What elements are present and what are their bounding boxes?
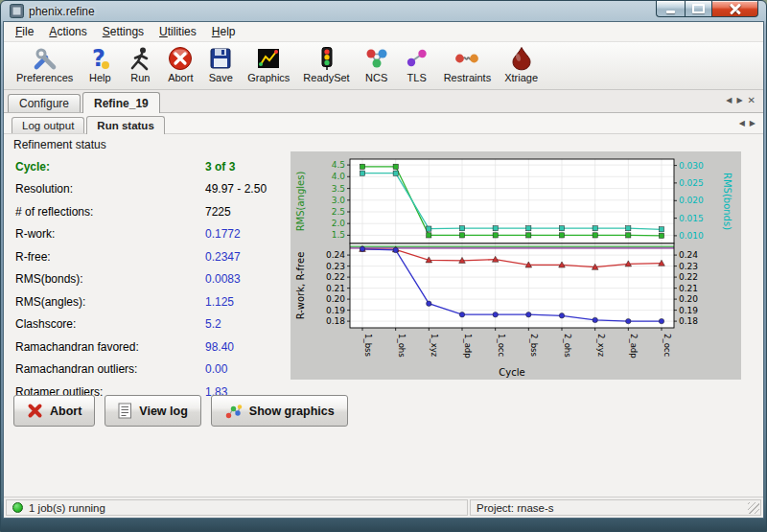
toolbar-label: Graphics bbox=[247, 72, 290, 83]
svg-text:0.010: 0.010 bbox=[679, 231, 704, 241]
subtab-run-status[interactable]: Run status bbox=[86, 116, 164, 134]
run-status-panel: Refinement status Cycle: 3 of 3 Resoluti… bbox=[4, 134, 763, 497]
svg-text:1_xyz: 1_xyz bbox=[430, 334, 439, 358]
svg-text:2_occ: 2_occ bbox=[662, 334, 672, 358]
stat-label: # of reflections: bbox=[15, 205, 205, 219]
toolbar-graphics[interactable]: Graphics bbox=[241, 44, 296, 83]
stat-label: RMS(angles): bbox=[15, 295, 205, 309]
menu-help[interactable]: Help bbox=[204, 23, 244, 40]
maximize-icon bbox=[692, 4, 705, 13]
svg-text:2_adp: 2_adp bbox=[629, 334, 639, 359]
toolbar-label: Run bbox=[130, 72, 150, 83]
stat-row-reflections: # of reflections: 7225 bbox=[15, 200, 290, 223]
svg-text:0.23: 0.23 bbox=[326, 262, 345, 271]
svg-text:0.030: 0.030 bbox=[679, 161, 704, 171]
close-button[interactable] bbox=[712, 1, 758, 17]
toolbar-restraints[interactable]: Restraints bbox=[437, 44, 499, 83]
view-log-button[interactable]: View log bbox=[105, 395, 200, 427]
svg-text:1_ohs: 1_ohs bbox=[397, 334, 407, 358]
svg-text:1_adp: 1_adp bbox=[463, 334, 473, 359]
subtab-scroll-left-icon[interactable]: ◀ bbox=[739, 119, 745, 127]
subtab-scroll-controls: ◀ ▶ bbox=[739, 119, 755, 127]
maximize-button[interactable] bbox=[685, 1, 712, 17]
tab-label: Refine_19 bbox=[94, 97, 149, 110]
svg-text:4.0: 4.0 bbox=[332, 172, 346, 181]
refinement-status-heading: Refinement status bbox=[13, 138, 106, 151]
toolbar-ncs[interactable]: NCS bbox=[357, 44, 397, 83]
resize-grip[interactable] bbox=[748, 502, 759, 514]
client-area: File Actions Settings Utilities Help Pre… bbox=[3, 21, 764, 519]
tab-close-icon[interactable]: ✕ bbox=[748, 95, 755, 105]
stat-row-rms-angles: RMS(angles): 1.125 bbox=[15, 290, 290, 313]
abort-button[interactable]: Abort bbox=[13, 395, 95, 427]
status-bar: 1 job(s) running Project: rnase-s bbox=[4, 497, 763, 518]
stat-label: Ramachandran outliers: bbox=[15, 362, 205, 376]
tab-label: Configure bbox=[19, 97, 69, 110]
menu-actions[interactable]: Actions bbox=[41, 23, 94, 40]
toolbar-save[interactable]: Save bbox=[200, 44, 241, 83]
toolbar-run[interactable]: Run bbox=[120, 44, 160, 83]
tab-bar: Configure Refine_19 ◀ ▶ ✕ bbox=[4, 90, 763, 113]
project-text: Project: rnase-s bbox=[476, 502, 554, 514]
stat-label: Clashscore: bbox=[15, 317, 205, 331]
close-icon bbox=[729, 2, 742, 15]
abort-x-icon bbox=[27, 403, 43, 419]
stat-label: R-work: bbox=[15, 227, 205, 241]
subtab-log-output[interactable]: Log output bbox=[12, 117, 84, 133]
stat-value: 0.00 bbox=[205, 362, 290, 376]
stat-row-rama-outliers: Ramachandran outliers: 0.00 bbox=[15, 359, 290, 382]
svg-text:0.20: 0.20 bbox=[679, 294, 698, 304]
stat-value: 1.125 bbox=[205, 295, 290, 309]
svg-text:0.24: 0.24 bbox=[679, 250, 698, 260]
tab-scroll-right-icon[interactable]: ▶ bbox=[736, 96, 742, 104]
stat-row-resolution: Resolution: 49.97 - 2.50 bbox=[15, 178, 290, 201]
traffic-light-icon bbox=[314, 45, 340, 72]
svg-text:0.23: 0.23 bbox=[679, 262, 698, 271]
svg-text:3.5: 3.5 bbox=[332, 184, 345, 194]
svg-text:2_bss: 2_bss bbox=[529, 334, 539, 357]
stat-value: 3 of 3 bbox=[205, 160, 290, 173]
project-cell: Project: rnase-s bbox=[470, 499, 761, 516]
refinement-chart: 1.52.02.53.03.54.04.50.0100.0150.0200.02… bbox=[291, 151, 741, 380]
toolbar-preferences[interactable]: Preferences bbox=[10, 44, 80, 83]
xtriage-icon bbox=[508, 45, 535, 72]
svg-text:2.0: 2.0 bbox=[332, 219, 346, 228]
svg-text:1_occ: 1_occ bbox=[497, 334, 506, 358]
toolbar-xtriage[interactable]: Xtriage bbox=[498, 44, 545, 83]
svg-text:2_ohs: 2_ohs bbox=[563, 334, 572, 358]
tab-refine-19[interactable]: Refine_19 bbox=[82, 92, 160, 113]
menu-utilities[interactable]: Utilities bbox=[151, 23, 204, 40]
run-icon bbox=[127, 45, 153, 72]
stat-row-r-free: R-free: 0.2347 bbox=[15, 245, 290, 268]
minimize-icon bbox=[666, 11, 675, 13]
menu-settings[interactable]: Settings bbox=[95, 23, 151, 40]
tab-scroll-left-icon[interactable]: ◀ bbox=[726, 96, 732, 104]
help-icon: ? bbox=[86, 45, 113, 72]
subtab-scroll-right-icon[interactable]: ▶ bbox=[750, 119, 755, 127]
toolbar-label: Save bbox=[209, 72, 233, 83]
stat-value: 0.0083 bbox=[205, 272, 290, 286]
svg-text:0.21: 0.21 bbox=[326, 284, 345, 293]
show-graphics-button[interactable]: Show graphics bbox=[211, 395, 348, 427]
svg-text:3.0: 3.0 bbox=[332, 196, 346, 205]
svg-text:Cycle: Cycle bbox=[499, 367, 524, 378]
tab-configure[interactable]: Configure bbox=[8, 94, 81, 112]
svg-text:0.20: 0.20 bbox=[326, 294, 345, 304]
svg-text:0.24: 0.24 bbox=[326, 250, 345, 260]
toolbar-label: NCS bbox=[365, 72, 387, 83]
stat-value: 5.2 bbox=[205, 317, 290, 331]
titlebar[interactable]: phenix.refine bbox=[3, 1, 764, 21]
toolbar-help[interactable]: ? Help bbox=[80, 44, 120, 83]
toolbar-tls[interactable]: TLS bbox=[397, 44, 437, 83]
stat-row-rama-favored: Ramachandran favored: 98.40 bbox=[15, 335, 290, 359]
abort-button-label: Abort bbox=[50, 405, 81, 418]
phenix-refine-window: phenix.refine File Actions Settings Util… bbox=[0, 0, 767, 532]
toolbar-readyset[interactable]: ReadySet bbox=[296, 44, 356, 83]
svg-text:0.21: 0.21 bbox=[679, 284, 698, 293]
svg-text:2_xyz: 2_xyz bbox=[596, 334, 606, 358]
menu-file[interactable]: File bbox=[8, 23, 41, 40]
stat-row-r-work: R-work: 0.1772 bbox=[15, 223, 290, 246]
minimize-button[interactable] bbox=[656, 1, 685, 17]
toolbar-abort[interactable]: Abort bbox=[160, 44, 200, 83]
job-status-text: 1 job(s) running bbox=[29, 502, 105, 514]
